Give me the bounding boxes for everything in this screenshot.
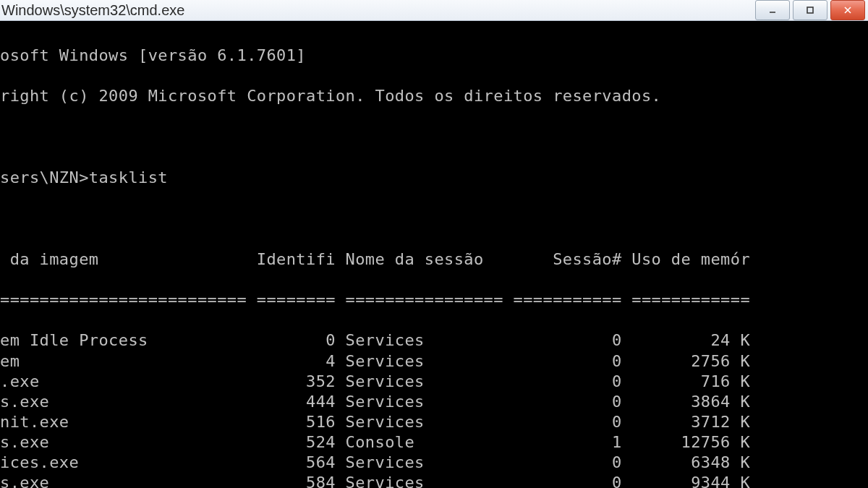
window-controls bbox=[755, 0, 865, 20]
header-separator: ========================= ======== =====… bbox=[0, 290, 868, 310]
prompt-line: sers\NZN>tasklist bbox=[0, 168, 868, 188]
process-row: ices.exe 564 Services 0 6348 K bbox=[0, 453, 868, 473]
process-row: em Idle Process 0 Services 0 24 K bbox=[0, 330, 868, 351]
cmd-window: Windows\system32\cmd.exe osoft Windows [… bbox=[0, 0, 868, 488]
svg-rect-1 bbox=[807, 7, 813, 13]
blank-line bbox=[0, 208, 868, 228]
process-row: nit.exe 516 Services 0 3712 K bbox=[0, 412, 868, 432]
close-button[interactable] bbox=[830, 0, 865, 20]
process-row: .exe 352 Services 0 716 K bbox=[0, 372, 868, 392]
window-title: Windows\system32\cmd.exe bbox=[0, 2, 184, 19]
console-output[interactable]: osoft Windows [versão 6.1.7601] right (c… bbox=[0, 21, 868, 488]
banner-line: osoft Windows [versão 6.1.7601] bbox=[0, 46, 868, 66]
minimize-button[interactable] bbox=[755, 0, 790, 20]
titlebar[interactable]: Windows\system32\cmd.exe bbox=[0, 0, 868, 21]
minimize-icon bbox=[768, 6, 777, 14]
process-row: s.exe 524 Console 1 12756 K bbox=[0, 432, 868, 453]
blank-line bbox=[0, 127, 868, 147]
close-icon bbox=[843, 6, 852, 14]
banner-line: right (c) 2009 Microsoft Corporation. To… bbox=[0, 86, 868, 106]
process-row: s.exe 584 Services 0 9344 K bbox=[0, 473, 868, 488]
process-row: em 4 Services 0 2756 K bbox=[0, 351, 868, 372]
maximize-button[interactable] bbox=[793, 0, 827, 20]
process-row: s.exe 444 Services 0 3864 K bbox=[0, 392, 868, 412]
maximize-icon bbox=[806, 6, 814, 14]
header-row: da imagem Identifi Nome da sessão Sessão… bbox=[0, 249, 868, 270]
